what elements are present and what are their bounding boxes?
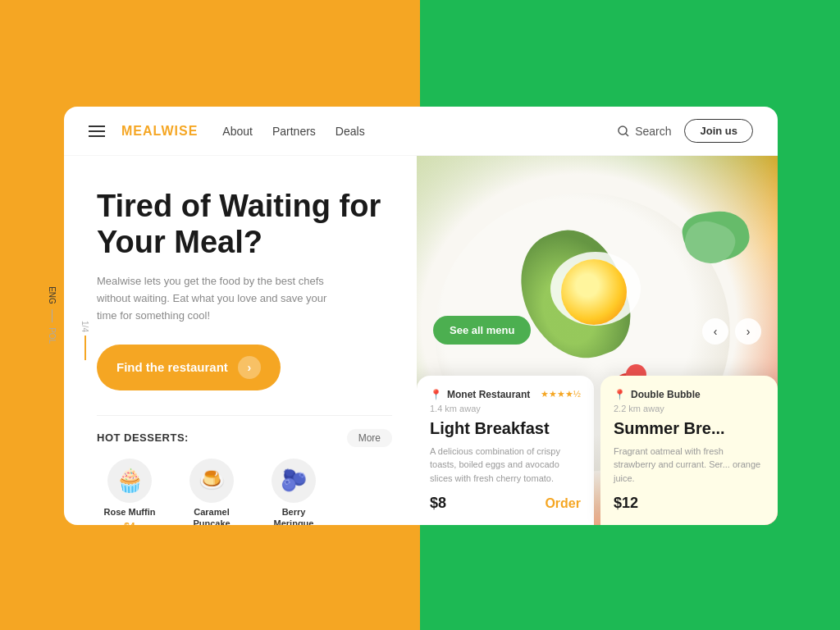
more-button[interactable]: More bbox=[347, 429, 392, 447]
dessert-name-0: Rose Muffin bbox=[104, 506, 156, 518]
desserts-title: HOT DESSERTS: bbox=[97, 431, 189, 444]
food-price-0: $8 bbox=[430, 495, 446, 512]
navbar: MEALWISE About Partners Deals Search Joi… bbox=[64, 107, 778, 156]
nav-deals[interactable]: Deals bbox=[336, 125, 365, 138]
carousel-next-button[interactable]: › bbox=[735, 318, 761, 345]
card-footer-0: $8 Order bbox=[430, 495, 581, 512]
search-icon bbox=[617, 125, 630, 138]
hamburger-menu[interactable] bbox=[89, 126, 105, 137]
star-rating-0: ★★★★½ bbox=[541, 389, 581, 399]
list-item: 🍮 Caramel Puncake $2 bbox=[179, 459, 244, 525]
logo: MEALWISE bbox=[121, 124, 198, 139]
find-restaurant-button[interactable]: Find the restaurant › bbox=[97, 345, 281, 390]
carousel-prev-button[interactable]: ‹ bbox=[702, 318, 728, 345]
carousel-controls: ‹ › bbox=[702, 318, 761, 345]
dessert-image-caramel: 🍮 bbox=[189, 459, 234, 503]
slide-line bbox=[84, 336, 86, 360]
list-item: 🧁 Rose Muffin $4 bbox=[97, 459, 162, 525]
location-pin-icon-0: 📍 bbox=[430, 389, 442, 400]
lang-eng[interactable]: ENG bbox=[48, 286, 57, 304]
left-panel: 1/4 Tired of Waiting for Your Meal? Meal… bbox=[64, 156, 417, 525]
desserts-header: HOT DESSERTS: More bbox=[97, 429, 392, 447]
nav-right: Search Join us bbox=[617, 119, 753, 143]
search-button[interactable]: Search bbox=[617, 125, 671, 138]
restaurant-name-1: Double Bubble bbox=[631, 389, 701, 400]
dessert-price-0: $4 bbox=[124, 521, 135, 525]
language-switcher: ENG POL bbox=[48, 286, 57, 344]
nav-links: About Partners Deals bbox=[222, 125, 364, 138]
food-cards-overlay: 📍 Monet Restaurant ★★★★½ 1.4 km away Lig… bbox=[417, 376, 778, 526]
food-card-0: 📍 Monet Restaurant ★★★★½ 1.4 km away Lig… bbox=[417, 376, 594, 526]
dessert-image-rose-muffin: 🧁 bbox=[107, 459, 152, 503]
right-panel: See all menu ‹ › 📍 Monet Restaurant ★★★★… bbox=[417, 156, 778, 525]
slide-indicator: 1/4 bbox=[80, 321, 89, 360]
dessert-name-1: Caramel Puncake bbox=[179, 506, 244, 525]
order-button-0[interactable]: Order bbox=[545, 496, 581, 511]
restaurant-name-0: Monet Restaurant bbox=[447, 389, 530, 400]
hot-desserts-section: HOT DESSERTS: More 🧁 Rose Muffin $4 🍮 Ca… bbox=[97, 415, 392, 525]
find-btn-label: Find the restaurant bbox=[116, 360, 228, 374]
main-card: MEALWISE About Partners Deals Search Joi… bbox=[64, 107, 778, 525]
lang-pol[interactable]: POL bbox=[48, 327, 57, 344]
location-pin-icon-1: 📍 bbox=[614, 389, 626, 400]
search-label: Search bbox=[635, 125, 671, 138]
food-title-0: Light Breakfast bbox=[430, 418, 581, 438]
restaurant-info-0: 📍 Monet Restaurant ★★★★½ bbox=[430, 389, 581, 400]
nav-partners[interactable]: Partners bbox=[272, 125, 316, 138]
food-card-1: 📍 Double Bubble 2.2 km away Summer Bre..… bbox=[600, 376, 778, 526]
restaurant-info-1: 📍 Double Bubble bbox=[614, 389, 765, 400]
food-title-1: Summer Bre... bbox=[614, 418, 765, 438]
distance-0: 1.4 km away bbox=[430, 404, 581, 413]
hero-subtitle: Mealwise lets you get the food by the be… bbox=[97, 273, 343, 324]
food-price-1: $12 bbox=[614, 495, 638, 512]
distance-1: 2.2 km away bbox=[614, 404, 765, 413]
food-desc-1: Fragrant oatmeal with fresh strawberry a… bbox=[614, 445, 765, 486]
lang-divider bbox=[52, 309, 52, 322]
food-desc-0: A delicious combination of crispy toasts… bbox=[430, 445, 581, 486]
hero-title: Tired of Waiting for Your Meal? bbox=[97, 189, 392, 260]
see-all-menu-button[interactable]: See all menu bbox=[433, 316, 531, 345]
desserts-list: 🧁 Rose Muffin $4 🍮 Caramel Puncake $2 🫐 … bbox=[97, 459, 392, 525]
card-footer-1: $12 bbox=[614, 495, 765, 512]
find-btn-arrow-icon: › bbox=[238, 356, 261, 379]
svg-line-1 bbox=[626, 133, 629, 136]
content-area: 1/4 Tired of Waiting for Your Meal? Meal… bbox=[64, 156, 778, 525]
join-button[interactable]: Join us bbox=[684, 119, 753, 143]
slide-number: 1/4 bbox=[80, 321, 89, 332]
dessert-image-berry: 🫐 bbox=[272, 459, 316, 503]
nav-about[interactable]: About bbox=[222, 125, 253, 138]
dessert-name-2: Berry Meringue bbox=[261, 506, 326, 525]
list-item: 🫐 Berry Meringue $3 bbox=[261, 459, 326, 525]
